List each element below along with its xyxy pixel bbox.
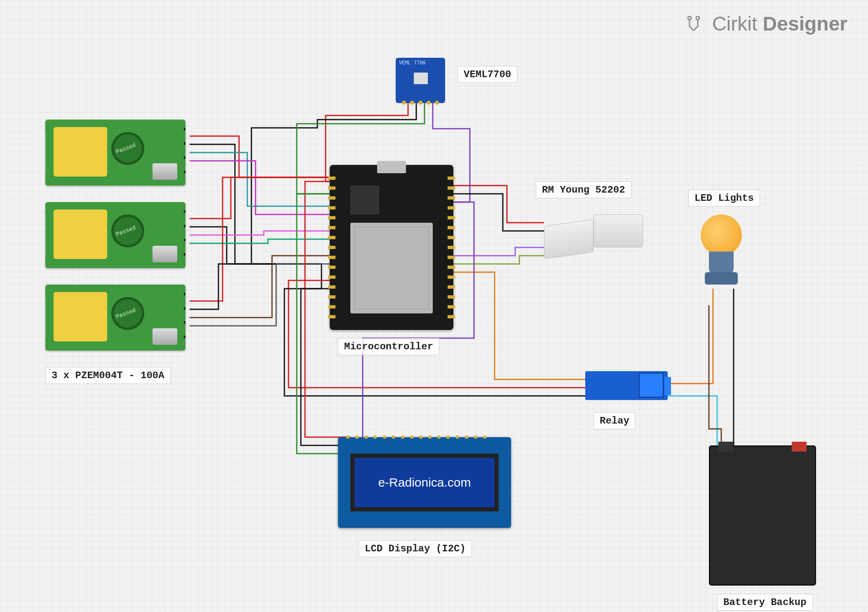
battery-backup[interactable] [709,445,816,586]
relay-cube-icon [639,373,664,398]
label-mcu: Microcontroller [338,338,439,355]
brand-suffix: Designer [763,13,847,35]
bulb-stand-icon [705,272,738,285]
brand-icon [685,14,703,37]
label-battery: Battery Backup [717,594,813,611]
label-pzem: 3 x PZEM004T - 100A [45,367,171,384]
veml7700-sensor[interactable]: VEML 7700 [396,58,445,103]
label-relay: Relay [594,412,636,429]
svg-point-1 [696,16,699,20]
svg-point-0 [688,16,691,20]
pzem-module-2[interactable] [45,202,185,268]
rain-bucket-icon [544,219,594,259]
pzem-module-3[interactable] [45,285,185,351]
veml-board-text: VEML 7700 [399,60,426,66]
lcd-screen: e-Radionica.com [350,454,499,511]
label-veml: VEML7700 [457,66,517,83]
label-lcd: LCD Display (I2C) [359,540,472,557]
lcd-i2c-display[interactable]: e-Radionica.com [338,437,511,528]
rain-funnel-icon [594,214,643,247]
battery-neg-terminal-icon [718,442,733,452]
diagram-canvas[interactable]: Cirkit Designer [0,0,868,612]
mcu-usb-port-icon [377,161,406,173]
battery-pos-terminal-icon [792,442,807,452]
esp32-microcontroller[interactable] [330,165,453,330]
brand-logo: Cirkit Designer [685,12,847,37]
pzem-module-1[interactable] [45,120,185,186]
bulb-glass-icon [701,214,742,256]
mcu-soc-icon [350,186,379,214]
relay-screw-terminal-icon [664,377,671,395]
lcd-screen-text: e-Radionica.com [378,475,471,490]
veml-chip [414,73,428,84]
label-rain: RM Young 52202 [536,181,631,198]
lcd-header-pins [346,435,486,440]
mcu-rf-shield-icon [350,223,433,313]
mcu-left-header [328,173,335,322]
veml-pins [400,101,441,105]
brand-name: Cirkit [712,13,757,35]
led-light[interactable] [692,214,750,297]
mcu-right-header [448,173,455,322]
relay-module[interactable] [585,371,668,400]
rm-young-rain-gauge[interactable] [544,206,643,264]
label-led: LED Lights [688,190,760,207]
